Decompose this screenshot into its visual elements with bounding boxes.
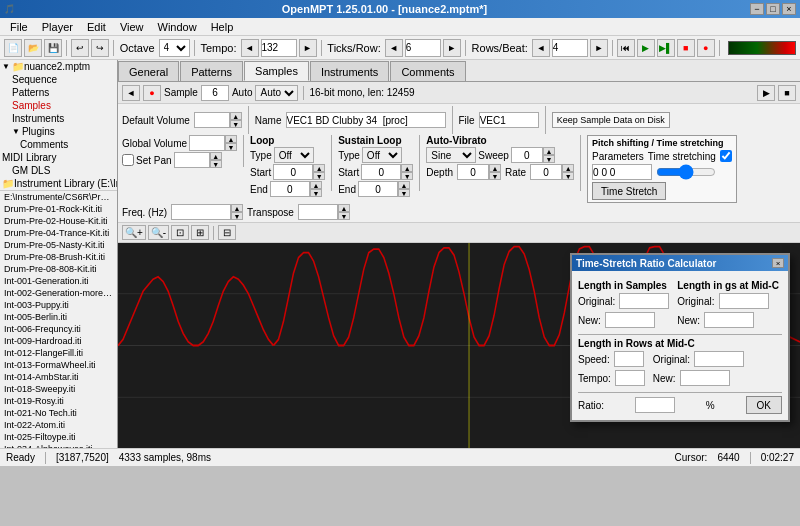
file-item-0[interactable]: E:\Instrumente/CS6R\Prebas... (0, 191, 117, 203)
sample-prev[interactable]: ◄ (122, 85, 140, 101)
ticks-down[interactable]: ◄ (385, 39, 403, 57)
file-item-2[interactable]: Drum-Pre-02-House-Kit.iti (0, 215, 117, 227)
new-samples-input[interactable]: 12459 (605, 312, 655, 328)
file-item-17[interactable]: Int-019-Rosy.iti (0, 395, 117, 407)
tab-general[interactable]: General (118, 61, 179, 81)
set-pan-input[interactable]: 0 (174, 152, 210, 168)
tree-item-comments[interactable]: Comments (0, 138, 117, 151)
loop-type-select[interactable]: OffOn (274, 147, 314, 163)
file-item-1[interactable]: Drum-Pre-01-Rock-Kit.iti (0, 203, 117, 215)
freq-input[interactable]: 44100 (171, 204, 231, 220)
ticks-input[interactable] (405, 39, 441, 57)
loop-end-up[interactable]: ▲ (310, 181, 322, 189)
speed-input[interactable]: 6 (614, 351, 644, 367)
file-item-18[interactable]: Int-021-No Tech.iti (0, 407, 117, 419)
octave-select[interactable]: 435 (159, 39, 190, 57)
depth-down[interactable]: ▼ (489, 172, 501, 180)
file-item-19[interactable]: Int-022-Atom.iti (0, 419, 117, 431)
rate-input[interactable] (530, 164, 562, 180)
tree-item-nuance[interactable]: ▼ 📁 nuance2.mptm (0, 60, 117, 73)
av-type-select[interactable]: Sine (426, 147, 476, 163)
tree-item-patterns[interactable]: Patterns (0, 86, 117, 99)
menu-window[interactable]: Window (152, 20, 203, 34)
loop-start-down[interactable]: ▼ (313, 172, 325, 180)
rows-down[interactable]: ◄ (532, 39, 550, 57)
file-item-14[interactable]: Int-013-FormaWheel.iti (0, 359, 117, 371)
tempo-down[interactable]: ◄ (241, 39, 259, 57)
av-sweep-down[interactable]: ▼ (543, 155, 555, 163)
menu-view[interactable]: View (114, 20, 150, 34)
ratio-input[interactable]: 100 (635, 397, 675, 413)
tree-item-instruments[interactable]: Instruments (0, 112, 117, 125)
sustain-end-input[interactable] (358, 181, 398, 197)
tempo-up[interactable]: ► (299, 39, 317, 57)
name-input[interactable] (286, 112, 446, 128)
sustain-start-down[interactable]: ▼ (401, 172, 413, 180)
pitch-params-input[interactable] (592, 164, 652, 180)
depth-input[interactable] (457, 164, 489, 180)
dialog-close-btn[interactable]: × (772, 258, 784, 268)
new-rows-input[interactable]: 2.4816 (680, 370, 730, 386)
tab-comments[interactable]: Comments (390, 61, 465, 81)
tempo-input[interactable] (261, 39, 297, 57)
close-button[interactable]: × (782, 3, 796, 15)
sustain-start-up[interactable]: ▲ (401, 164, 413, 172)
file-item-7[interactable]: Int-001-Generation.iti (0, 275, 117, 287)
menu-edit[interactable]: Edit (81, 20, 112, 34)
freq-up[interactable]: ▲ (231, 204, 243, 212)
file-item-16[interactable]: Int-018-Sweepy.iti (0, 383, 117, 395)
play-pattern-button[interactable]: ▶▌ (657, 39, 675, 57)
file-item-20[interactable]: Int-025-Filtoype.iti (0, 431, 117, 443)
orig-samples-input[interactable]: 12459 (619, 293, 669, 309)
loop-start-up[interactable]: ▲ (313, 164, 325, 172)
file-input[interactable] (479, 112, 539, 128)
freq-down[interactable]: ▼ (231, 212, 243, 220)
global-vol-down[interactable]: ▼ (225, 143, 237, 151)
new-button[interactable]: 📄 (4, 39, 22, 57)
file-item-3[interactable]: Drum-Pre-04-Trance-Kit.iti (0, 227, 117, 239)
sample-play-btn[interactable]: ▶ (757, 85, 775, 101)
rows-input[interactable] (552, 39, 588, 57)
time-stretch-slider[interactable] (656, 165, 716, 179)
rewind-button[interactable]: ⏮ (617, 39, 635, 57)
set-pan-checkbox[interactable] (122, 154, 134, 166)
file-item-13[interactable]: Int-012-FlangeFill.iti (0, 347, 117, 359)
sample-auto-select[interactable]: Auto (255, 85, 298, 101)
rate-up[interactable]: ▲ (562, 164, 574, 172)
save-button[interactable]: 💾 (44, 39, 62, 57)
zoom-all-btn[interactable]: ⊞ (191, 225, 209, 240)
menu-file[interactable]: File (4, 20, 34, 34)
file-item-6[interactable]: Drum-Pre-08-808-Kit.iti (0, 263, 117, 275)
loop-start-input[interactable] (273, 164, 313, 180)
tree-item-sequence[interactable]: Sequence (0, 73, 117, 86)
time-stretch-button[interactable]: Time Stretch (592, 182, 666, 200)
rows-up[interactable]: ► (590, 39, 608, 57)
file-item-10[interactable]: Int-005-Berlin.iti (0, 311, 117, 323)
menu-help[interactable]: Help (205, 20, 240, 34)
sustain-end-up[interactable]: ▲ (398, 181, 410, 189)
set-pan-up[interactable]: ▲ (210, 152, 222, 160)
file-item-4[interactable]: Drum-Pre-05-Nasty-Kit.iti (0, 239, 117, 251)
file-item-11[interactable]: Int-006-Frequncy.iti (0, 323, 117, 335)
file-item-15[interactable]: Int-014-AmbStar.iti (0, 371, 117, 383)
undo-button[interactable]: ↩ (71, 39, 89, 57)
menu-player[interactable]: Player (36, 20, 79, 34)
tree-item-inst-library[interactable]: 📁 Instrument Library (E:\Instrum… (0, 177, 117, 190)
file-item-5[interactable]: Drum-Pre-08-Brush-Kit.iti (0, 251, 117, 263)
open-button[interactable]: 📂 (24, 39, 42, 57)
file-item-12[interactable]: Int-009-Hardroad.iti (0, 335, 117, 347)
tab-instruments[interactable]: Instruments (310, 61, 389, 81)
play-button[interactable]: ▶ (637, 39, 655, 57)
record-button[interactable]: ● (697, 39, 715, 57)
tree-item-midi-library[interactable]: MIDI Library (0, 151, 117, 164)
tree-item-gm-dls[interactable]: GM DLS (0, 164, 117, 177)
sample-rec[interactable]: ● (143, 85, 161, 101)
ticks-up[interactable]: ► (443, 39, 461, 57)
file-item-9[interactable]: Int-003-Puppy.iti (0, 299, 117, 311)
global-vol-up[interactable]: ▲ (225, 135, 237, 143)
default-vol-input[interactable]: 64 (194, 112, 230, 128)
rate-down[interactable]: ▼ (562, 172, 574, 180)
default-vol-down[interactable]: ▼ (230, 120, 242, 128)
minimize-button[interactable]: − (750, 3, 764, 15)
redo-button[interactable]: ↪ (91, 39, 109, 57)
